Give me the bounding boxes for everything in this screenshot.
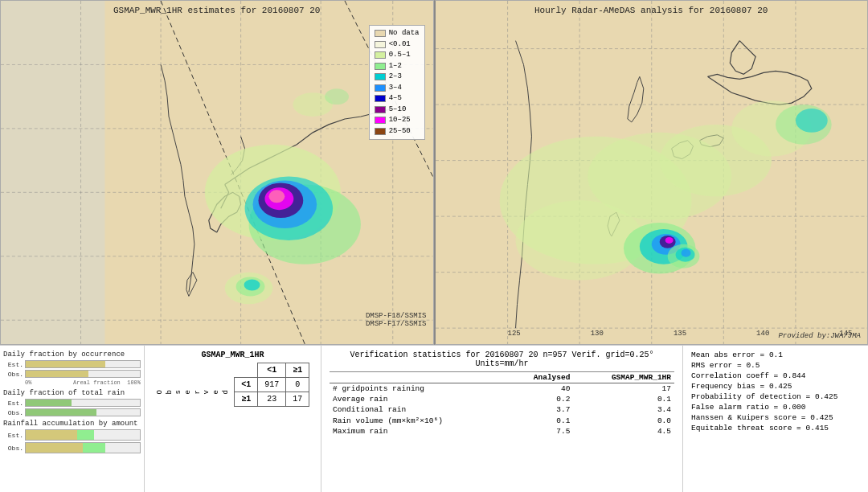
chart1-title: Daily fraction by occurrence <box>3 351 141 359</box>
cont-cell-10: 23 <box>258 392 286 407</box>
verif-row-4-label: Maximum rain <box>330 426 507 437</box>
est-label-1: Est. <box>3 361 23 368</box>
svg-point-35 <box>244 280 260 291</box>
contingency-table: <1 ≥1 O b s e r v e d <1 917 0 ≥1 <box>156 363 310 407</box>
verif-row-3-gsmap: 0.0 <box>573 415 674 426</box>
provider-label: Provided by:JWA/JMA <box>778 332 861 340</box>
verif-col-analysed: Analysed <box>507 372 573 383</box>
verif-row-0-analysed: 40 <box>507 383 573 394</box>
verif-col-label <box>330 372 507 383</box>
cont-cell-11: 17 <box>286 392 309 407</box>
contingency-title: GSMAP_MWR_1HR <box>151 351 314 359</box>
right-map-title: Hourly Radar-AMeDAS analysis for 2016080… <box>534 6 768 15</box>
maps-row: GSMAP_MWR_1HR estimates for 20160807 20 <box>0 0 868 346</box>
est-label-3: Est. <box>3 432 23 439</box>
verif-row-1: Average rain 0.2 0.1 <box>330 394 674 404</box>
cont-col-h1: <1 <box>258 363 286 378</box>
svg-point-65 <box>681 249 690 257</box>
left-map-panel: GSMAP_MWR_1HR estimates for 20160807 20 <box>0 0 434 345</box>
scalar-item-6: Hanssen & Kuipers score = 0.425 <box>691 413 860 422</box>
scalar-item-2: Correlation coeff = 0.844 <box>691 371 860 380</box>
bar-axis-1: 0% Areal fraction 100% <box>3 379 141 386</box>
verif-row-0: # gridpoints raining 40 17 <box>330 383 674 394</box>
cont-col-h2: ≥1 <box>286 363 309 378</box>
svg-point-53 <box>515 200 643 280</box>
verif-col-gsmap: GSMAP_MWR_1HR <box>573 372 674 383</box>
chart2-title: Daily fraction of total rain <box>3 389 141 397</box>
cont-row-h1: <1 <box>235 378 258 392</box>
verif-row-3-analysed: 0.1 <box>507 415 573 426</box>
obs-label-3: Obs. <box>3 445 23 452</box>
svg-rect-13 <box>1 1 104 344</box>
cont-row-h2: ≥1 <box>235 392 258 407</box>
chart3-title: Rainfall accumulation by amount <box>3 420 141 428</box>
verif-title: Verification statistics for 20160807 20 … <box>330 351 674 368</box>
verif-row-0-gsmap: 17 <box>573 383 674 394</box>
verif-row-3-label: Rain volume (mm×km²×10⁶) <box>330 415 507 426</box>
right-map-svg <box>436 1 868 344</box>
right-map-panel: Hourly Radar-AMeDAS analysis for 2016080… <box>434 0 869 345</box>
scalar-item-5: False alarm ratio = 0.000 <box>691 403 860 412</box>
obs-label-2: Obs. <box>3 409 23 416</box>
verif-row-4: Maximum rain 7.5 4.5 <box>330 426 674 437</box>
verif-row-3: Rain volume (mm×km²×10⁶) 0.1 0.0 <box>330 415 674 426</box>
scalar-stats-section: Mean abs error = 0.1 RMS error = 0.5 Cor… <box>683 346 868 492</box>
verif-row-1-label: Average rain <box>330 394 507 404</box>
est-label-2: Est. <box>3 400 23 407</box>
obs-label-1: Obs. <box>3 371 23 378</box>
bar-charts-section: Daily fraction by occurrence Est. Obs. 0… <box>0 346 145 492</box>
verif-row-1-gsmap: 0.1 <box>573 394 674 404</box>
verif-table: Analysed GSMAP_MWR_1HR # gridpoints rain… <box>330 371 674 437</box>
svg-point-37 <box>325 88 349 105</box>
verification-section: Verification statistics for 20160807 20 … <box>321 346 683 492</box>
scalar-item-4: Probability of detection = 0.425 <box>691 392 860 401</box>
verif-row-2: Conditional rain 3.7 3.4 <box>330 404 674 415</box>
scalar-item-7: Equitable threat score = 0.415 <box>691 424 860 433</box>
verif-row-4-gsmap: 4.5 <box>573 426 674 437</box>
stats-row: Daily fraction by occurrence Est. Obs. 0… <box>0 346 868 492</box>
left-map-title: GSMAP_MWR_1HR estimates for 20160807 20 <box>113 6 320 15</box>
svg-point-62 <box>665 237 673 244</box>
verif-row-1-analysed: 0.2 <box>507 394 573 404</box>
verif-row-0-label: # gridpoints raining <box>330 383 507 394</box>
cont-cell-00: 917 <box>258 378 286 392</box>
svg-point-32 <box>268 190 285 203</box>
contingency-section: GSMAP_MWR_1HR <1 ≥1 O b s e r v e d <box>145 346 321 492</box>
scalar-item-0: Mean abs error = 0.1 <box>691 351 860 359</box>
satellite-label: DMSP-F18/SSMIS DMSP-F17/SSMIS <box>366 312 427 328</box>
verif-row-4-analysed: 7.5 <box>507 426 573 437</box>
verif-row-2-label: Conditional rain <box>330 404 507 415</box>
verif-row-2-analysed: 3.7 <box>507 404 573 415</box>
legend-box: No data <0.01 0.5–1 1–2 2–3 3–4 4–5 5–10… <box>369 25 425 140</box>
scalar-item-1: RMS error = 0.5 <box>691 361 860 370</box>
obs-rotated-label: O b s e r v e d <box>156 390 231 394</box>
cont-cell-01: 0 <box>286 378 309 392</box>
svg-point-57 <box>795 109 827 133</box>
scalar-item-3: Frequency bias = 0.425 <box>691 382 860 391</box>
main-container: GSMAP_MWR_1HR estimates for 20160807 20 <box>0 0 868 492</box>
verif-row-2-gsmap: 3.4 <box>573 404 674 415</box>
